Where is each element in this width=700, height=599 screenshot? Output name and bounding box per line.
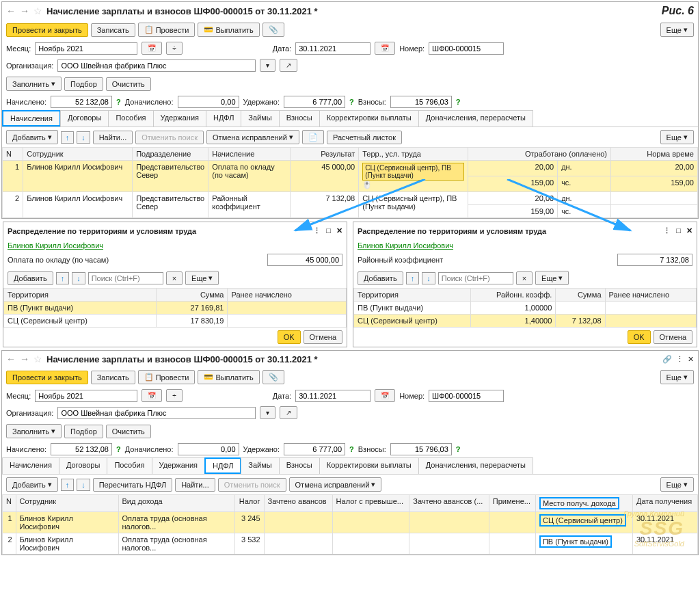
back-icon[interactable]: ←	[6, 5, 16, 16]
table-row[interactable]: ПВ (Пункт выдачи)1,00000	[354, 302, 697, 315]
fill-button[interactable]: Заполнить ▾	[6, 77, 62, 91]
table-row[interactable]: 2 Блинов Кирилл Иосифович Представительс…	[3, 192, 698, 205]
tab-contrib[interactable]: Взносы	[279, 110, 320, 127]
terr-tooltip[interactable]: СЦ (Сервисный центр), ПВ (Пункт выдачи)	[362, 163, 464, 181]
move-up-button[interactable]: ↑	[61, 131, 75, 144]
tab-corrections[interactable]: Корректировки выплаты	[319, 110, 419, 127]
close-icon[interactable]: ✕	[686, 226, 692, 235]
more-button-4[interactable]: Еще ▾	[660, 477, 694, 492]
recalc-ndfl-button[interactable]: Пересчитать НДФЛ	[93, 478, 173, 492]
fill-button-2[interactable]: Заполнить ▾	[6, 424, 62, 438]
org-input-2[interactable]	[57, 407, 256, 419]
calendar-icon[interactable]: 📅	[142, 42, 162, 55]
tab-benefits[interactable]: Пособия	[108, 110, 153, 127]
withheld-input-2[interactable]	[284, 443, 345, 455]
more-p2[interactable]: Еще ▾	[535, 271, 569, 285]
star-icon[interactable]: ☆	[33, 354, 42, 364]
maximize-icon[interactable]: □	[676, 226, 681, 235]
ok-button-p2[interactable]: OK	[628, 330, 651, 344]
more-button[interactable]: Еще ▾	[660, 23, 694, 37]
find-button-2[interactable]: Найти...	[175, 478, 215, 492]
tab-deductions-2[interactable]: Удержания	[152, 457, 205, 474]
table-row[interactable]: 1 Блинов Кирилл Иосифович Представительс…	[3, 161, 698, 176]
attach-button[interactable]: 📎	[262, 23, 284, 37]
ndfl-table[interactable]: N Сотрудник Вид дохода Налог Зачтено ава…	[2, 494, 698, 555]
attach-button-2[interactable]: 📎	[262, 370, 284, 384]
table-row[interactable]: СЦ (Сервисный центр)17 830,19	[4, 315, 347, 328]
more-button-2[interactable]: Еще ▾	[660, 130, 694, 144]
line-value-1[interactable]	[267, 254, 342, 266]
move-down-2[interactable]: ↓	[77, 479, 90, 491]
move-down-p2[interactable]: ↓	[422, 272, 435, 284]
save-button-2[interactable]: Записать	[91, 371, 135, 384]
dist-table-2[interactable]: ТерриторияРайонн. коэфф.СуммаРанее начис…	[353, 288, 697, 328]
link-icon[interactable]: 🔗	[662, 355, 672, 364]
post-button-2[interactable]: 📋 Провести	[138, 370, 196, 384]
pick-button-2[interactable]: Подбор	[64, 425, 103, 438]
accrued-input-2[interactable]	[51, 443, 112, 455]
calendar-icon[interactable]: 📅	[142, 389, 162, 402]
clear-button[interactable]: Очистить	[106, 77, 151, 91]
date-calendar-icon[interactable]: 📅	[375, 389, 395, 402]
date-input-2[interactable]	[295, 390, 371, 402]
menu-icon[interactable]: ⋮	[313, 226, 321, 235]
extra-input[interactable]	[178, 96, 239, 108]
employee-link[interactable]: Блинов Кирилл Иосифович	[8, 241, 103, 250]
post-button[interactable]: 📋 Провести	[138, 23, 196, 37]
dist-table-1[interactable]: ТерриторияСуммаРанее начислено ПВ (Пункт…	[3, 288, 347, 328]
cancel-fix-2[interactable]: Отмена исправлений ▾	[289, 477, 382, 492]
tab-accruals[interactable]: Начисления	[2, 110, 61, 127]
org-dropdown-icon[interactable]: ▾	[260, 406, 275, 419]
tab-reaccruals[interactable]: Доначисления, перерасчеты	[418, 110, 533, 127]
cancel-button-p1[interactable]: Отмена	[304, 330, 342, 344]
move-up-p1[interactable]: ↑	[56, 272, 70, 284]
search-input-p1[interactable]	[88, 272, 163, 284]
pay-button[interactable]: 💳 Выплатить	[198, 23, 259, 37]
close-icon[interactable]: ✕	[336, 226, 342, 235]
save-button[interactable]: Записать	[91, 23, 135, 37]
menu-icon[interactable]: ⋮	[676, 355, 684, 364]
month-stepper[interactable]: ÷	[166, 42, 183, 55]
add-button-p1[interactable]: Добавить	[8, 271, 53, 285]
date-calendar-icon[interactable]: 📅	[375, 42, 395, 55]
tab-ndfl[interactable]: НДФЛ	[206, 110, 241, 127]
add-button-2[interactable]: Добавить ▾	[6, 477, 58, 492]
tab-corrections-2[interactable]: Корректировки выплаты	[319, 457, 419, 474]
tab-contrib-2[interactable]: Взносы	[279, 457, 320, 474]
ok-button-p1[interactable]: OK	[278, 330, 301, 344]
table-row[interactable]: 2 Блинов Кирилл Иосифович Оплата труда (…	[3, 533, 698, 555]
tab-deductions[interactable]: Удержания	[153, 110, 206, 127]
move-down-button[interactable]: ↓	[77, 131, 90, 144]
accruals-table[interactable]: N Сотрудник Подразделение Начисление Рез…	[2, 147, 698, 218]
add-button-p2[interactable]: Добавить	[358, 271, 403, 285]
month-input-2[interactable]	[35, 390, 137, 402]
add-button[interactable]: Добавить ▾	[6, 130, 58, 144]
help-icon[interactable]: ?	[116, 98, 121, 106]
help-icon[interactable]: ?	[456, 98, 461, 106]
post-and-close-button[interactable]: Провести и закрыть	[6, 23, 88, 37]
employee-link-2[interactable]: Блинов Кирилл Иосифович	[358, 241, 453, 250]
more-button-3[interactable]: Еще ▾	[660, 370, 694, 384]
pick-button[interactable]: Подбор	[64, 77, 103, 91]
clear-button-2[interactable]: Очистить	[106, 425, 151, 438]
menu-icon[interactable]: ⋮	[663, 226, 671, 235]
contrib-input[interactable]	[390, 96, 452, 108]
number-input-2[interactable]	[429, 390, 504, 402]
org-input[interactable]	[57, 59, 256, 72]
org-open-icon[interactable]: ↗	[280, 59, 297, 72]
maximize-icon[interactable]: □	[326, 226, 331, 235]
month-stepper[interactable]: ÷	[166, 389, 183, 402]
forward-icon[interactable]: →	[20, 5, 29, 16]
org-open-icon[interactable]: ↗	[280, 406, 297, 419]
clear-search-p1[interactable]: ×	[166, 271, 183, 285]
close-icon[interactable]: ✕	[688, 355, 694, 364]
more-p1[interactable]: Еще ▾	[185, 271, 219, 285]
org-dropdown-icon[interactable]: ▾	[260, 59, 275, 72]
search-input-p2[interactable]	[438, 272, 513, 284]
tab-loans[interactable]: Займы	[241, 110, 279, 127]
pay-button-2[interactable]: 💳 Выплатить	[198, 370, 259, 384]
tab-benefits-2[interactable]: Пособия	[107, 457, 152, 474]
help-icon[interactable]: ?	[349, 98, 354, 106]
tab-reaccruals-2[interactable]: Доначисления, перерасчеты	[418, 457, 533, 474]
tab-accruals-2[interactable]: Начисления	[2, 457, 59, 474]
